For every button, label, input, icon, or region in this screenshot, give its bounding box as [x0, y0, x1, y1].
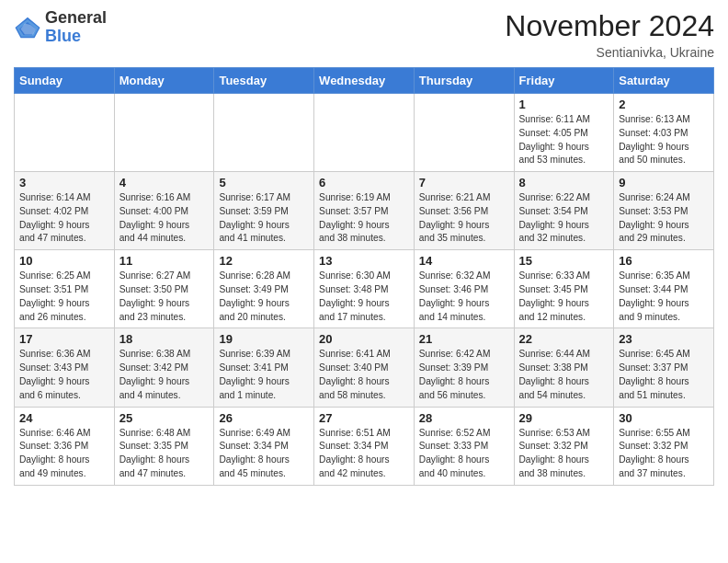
day-number: 1: [519, 98, 609, 111]
calendar-cell: 14Sunrise: 6:32 AM Sunset: 3:46 PM Dayli…: [414, 250, 514, 328]
day-number: 26: [219, 411, 309, 425]
calendar-cell: 19Sunrise: 6:39 AM Sunset: 3:41 PM Dayli…: [214, 328, 314, 407]
calendar-cell: 20Sunrise: 6:41 AM Sunset: 3:40 PM Dayli…: [314, 328, 415, 407]
day-info: Sunrise: 6:45 AM Sunset: 3:37 PM Dayligh…: [619, 348, 709, 402]
day-number: 22: [519, 332, 609, 346]
col-wednesday: Wednesday: [314, 68, 415, 94]
calendar-cell: [414, 94, 514, 172]
calendar-cell: 7Sunrise: 6:21 AM Sunset: 3:56 PM Daylig…: [414, 172, 514, 250]
day-number: 4: [119, 176, 210, 190]
header-row: Sunday Monday Tuesday Wednesday Thursday…: [15, 68, 714, 94]
logo-general: General: [45, 9, 107, 28]
day-number: 20: [319, 332, 409, 346]
calendar-cell: 12Sunrise: 6:28 AM Sunset: 3:49 PM Dayli…: [214, 250, 314, 328]
day-number: 27: [319, 411, 409, 425]
header: General Blue November 2024 Sentianivka, …: [14, 9, 714, 60]
day-info: Sunrise: 6:30 AM Sunset: 3:48 PM Dayligh…: [319, 270, 409, 324]
calendar-cell: 4Sunrise: 6:16 AM Sunset: 4:00 PM Daylig…: [114, 172, 214, 250]
day-number: 15: [519, 254, 609, 268]
calendar-cell: 21Sunrise: 6:42 AM Sunset: 3:39 PM Dayli…: [414, 328, 514, 407]
day-info: Sunrise: 6:28 AM Sunset: 3:49 PM Dayligh…: [219, 270, 309, 324]
col-thursday: Thursday: [414, 68, 514, 94]
location: Sentianivka, Ukraine: [505, 45, 714, 60]
calendar-cell: 17Sunrise: 6:36 AM Sunset: 3:43 PM Dayli…: [15, 328, 115, 407]
day-number: 21: [419, 332, 509, 346]
calendar-cell: 18Sunrise: 6:38 AM Sunset: 3:42 PM Dayli…: [114, 328, 214, 407]
day-info: Sunrise: 6:21 AM Sunset: 3:56 PM Dayligh…: [419, 191, 509, 246]
day-number: 17: [19, 332, 109, 346]
calendar-cell: [214, 94, 314, 172]
calendar-cell: 5Sunrise: 6:17 AM Sunset: 3:59 PM Daylig…: [214, 172, 314, 250]
day-number: 24: [19, 411, 109, 425]
day-info: Sunrise: 6:24 AM Sunset: 3:53 PM Dayligh…: [619, 191, 709, 246]
day-number: 28: [419, 411, 509, 425]
col-sunday: Sunday: [15, 68, 115, 94]
day-number: 10: [19, 254, 109, 268]
day-number: 5: [219, 176, 309, 190]
calendar-cell: 22Sunrise: 6:44 AM Sunset: 3:38 PM Dayli…: [514, 328, 614, 407]
logo-blue: Blue: [45, 28, 107, 46]
day-number: 25: [119, 411, 210, 425]
calendar-header: Sunday Monday Tuesday Wednesday Thursday…: [15, 68, 714, 94]
day-info: Sunrise: 6:16 AM Sunset: 4:00 PM Dayligh…: [119, 191, 210, 246]
day-info: Sunrise: 6:44 AM Sunset: 3:38 PM Dayligh…: [519, 348, 609, 402]
title-block: November 2024 Sentianivka, Ukraine: [505, 9, 714, 60]
calendar-cell: 28Sunrise: 6:52 AM Sunset: 3:33 PM Dayli…: [414, 407, 514, 485]
calendar-cell: 10Sunrise: 6:25 AM Sunset: 3:51 PM Dayli…: [15, 250, 115, 328]
day-info: Sunrise: 6:55 AM Sunset: 3:32 PM Dayligh…: [619, 427, 709, 481]
day-number: 12: [219, 254, 309, 268]
col-monday: Monday: [114, 68, 214, 94]
day-info: Sunrise: 6:17 AM Sunset: 3:59 PM Dayligh…: [219, 191, 309, 246]
day-info: Sunrise: 6:13 AM Sunset: 4:03 PM Dayligh…: [619, 113, 709, 167]
day-number: 14: [419, 254, 509, 268]
day-info: Sunrise: 6:22 AM Sunset: 3:54 PM Dayligh…: [519, 191, 609, 246]
day-info: Sunrise: 6:48 AM Sunset: 3:35 PM Dayligh…: [119, 427, 210, 481]
calendar-cell: 30Sunrise: 6:55 AM Sunset: 3:32 PM Dayli…: [614, 407, 714, 485]
day-number: 13: [319, 254, 409, 268]
day-number: 11: [119, 254, 210, 268]
day-info: Sunrise: 6:46 AM Sunset: 3:36 PM Dayligh…: [19, 427, 109, 481]
logo-text: General Blue: [45, 9, 107, 46]
calendar-cell: 13Sunrise: 6:30 AM Sunset: 3:48 PM Dayli…: [314, 250, 415, 328]
calendar-table: Sunday Monday Tuesday Wednesday Thursday…: [14, 67, 714, 486]
calendar-body: 1Sunrise: 6:11 AM Sunset: 4:05 PM Daylig…: [15, 94, 714, 486]
day-info: Sunrise: 6:36 AM Sunset: 3:43 PM Dayligh…: [19, 348, 109, 402]
calendar-cell: 1Sunrise: 6:11 AM Sunset: 4:05 PM Daylig…: [514, 94, 614, 172]
month-title: November 2024: [505, 9, 714, 43]
day-number: 3: [19, 176, 109, 190]
day-info: Sunrise: 6:19 AM Sunset: 3:57 PM Dayligh…: [319, 191, 409, 246]
day-number: 23: [619, 332, 709, 346]
day-info: Sunrise: 6:42 AM Sunset: 3:39 PM Dayligh…: [419, 348, 509, 402]
calendar-cell: [314, 94, 415, 172]
col-saturday: Saturday: [614, 68, 714, 94]
calendar-cell: 8Sunrise: 6:22 AM Sunset: 3:54 PM Daylig…: [514, 172, 614, 250]
logo-icon: [14, 14, 41, 41]
day-info: Sunrise: 6:53 AM Sunset: 3:32 PM Dayligh…: [519, 427, 609, 481]
calendar-cell: [114, 94, 214, 172]
calendar-cell: [15, 94, 115, 172]
day-number: 18: [119, 332, 210, 346]
day-info: Sunrise: 6:14 AM Sunset: 4:02 PM Dayligh…: [19, 191, 109, 246]
calendar-cell: 23Sunrise: 6:45 AM Sunset: 3:37 PM Dayli…: [614, 328, 714, 407]
day-info: Sunrise: 6:32 AM Sunset: 3:46 PM Dayligh…: [419, 270, 509, 324]
day-info: Sunrise: 6:11 AM Sunset: 4:05 PM Dayligh…: [519, 113, 609, 167]
calendar-cell: 2Sunrise: 6:13 AM Sunset: 4:03 PM Daylig…: [614, 94, 714, 172]
day-number: 7: [419, 176, 509, 190]
calendar-cell: 27Sunrise: 6:51 AM Sunset: 3:34 PM Dayli…: [314, 407, 415, 485]
day-info: Sunrise: 6:33 AM Sunset: 3:45 PM Dayligh…: [519, 270, 609, 324]
day-number: 2: [619, 98, 709, 111]
day-number: 6: [319, 176, 409, 190]
page: General Blue November 2024 Sentianivka, …: [0, 0, 728, 500]
day-info: Sunrise: 6:38 AM Sunset: 3:42 PM Dayligh…: [119, 348, 210, 402]
day-number: 29: [519, 411, 609, 425]
day-number: 30: [619, 411, 709, 425]
calendar-cell: 6Sunrise: 6:19 AM Sunset: 3:57 PM Daylig…: [314, 172, 415, 250]
day-info: Sunrise: 6:25 AM Sunset: 3:51 PM Dayligh…: [19, 270, 109, 324]
col-friday: Friday: [514, 68, 614, 94]
calendar-cell: 26Sunrise: 6:49 AM Sunset: 3:34 PM Dayli…: [214, 407, 314, 485]
day-info: Sunrise: 6:27 AM Sunset: 3:50 PM Dayligh…: [119, 270, 210, 324]
day-number: 16: [619, 254, 709, 268]
calendar-cell: 15Sunrise: 6:33 AM Sunset: 3:45 PM Dayli…: [514, 250, 614, 328]
day-info: Sunrise: 6:41 AM Sunset: 3:40 PM Dayligh…: [319, 348, 409, 402]
week-row-3: 10Sunrise: 6:25 AM Sunset: 3:51 PM Dayli…: [15, 250, 714, 328]
